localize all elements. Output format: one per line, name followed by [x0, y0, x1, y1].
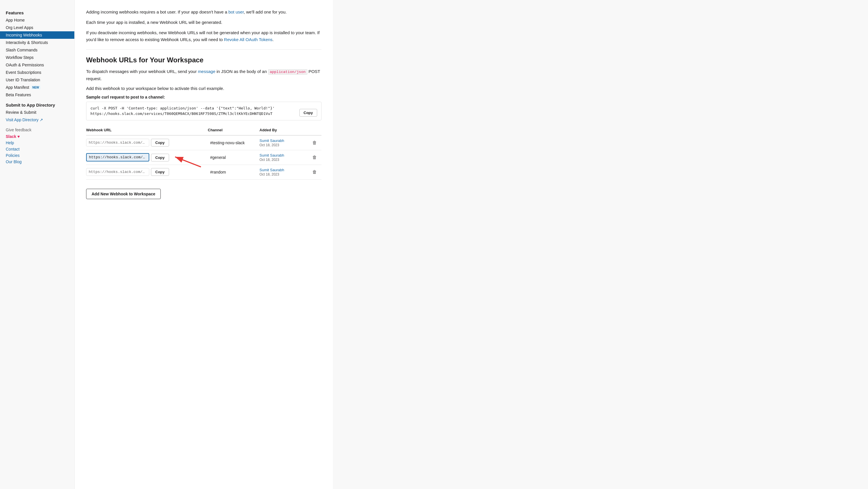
heart-icon: ♥ [18, 134, 20, 139]
delete-cell-2: 🗑 [311, 154, 321, 161]
sidebar-item-app-manifest[interactable]: App Manifest NEW [0, 84, 74, 91]
webhook-url-input-1[interactable] [86, 139, 149, 146]
added-by-name-3[interactable]: Sumit Saurabh [259, 168, 311, 172]
webhook-url-input-3[interactable] [86, 168, 149, 176]
blog-link[interactable]: Our Blog [0, 159, 74, 165]
intro1-rest: , we'll add one for you. [244, 9, 287, 15]
main-content: Adding incoming webhooks requires a bot … [74, 0, 333, 489]
slack-label: Slack [6, 134, 17, 139]
sidebar-item-beta-features[interactable]: Beta Features [0, 91, 74, 98]
webhook-copy-button-2[interactable]: Copy [151, 154, 169, 162]
visit-app-directory-link[interactable]: Visit App Directory ↗ [0, 116, 74, 123]
webhook-table: Webhook URL Channel Added By Copy #testi… [86, 127, 321, 179]
curl-box: curl -X POST -H 'Content-type: applicati… [86, 102, 321, 120]
message-link[interactable]: message [198, 69, 215, 74]
add-webhook-button[interactable]: Add New Webhook to Workspace [86, 189, 161, 199]
bot-user-link[interactable]: bot user [228, 9, 244, 15]
header-actions [311, 127, 321, 133]
sidebar: Features App Home Org Level Apps Incomin… [0, 0, 74, 489]
channel-cell-1: #testing-novu-slack [208, 141, 259, 145]
webhook-url-input-2[interactable] [86, 153, 149, 162]
section-title-webhooks: Webhook URLs for Your Workspace [86, 56, 321, 64]
webhook-copy-button-3[interactable]: Copy [151, 168, 169, 176]
give-feedback-label: Give feedback [0, 123, 74, 133]
added-by-cell-2: Sumit Saurabh Oct 18, 2023 [259, 153, 311, 162]
sidebar-item-workflow-steps[interactable]: Workflow Steps [0, 54, 74, 61]
contact-link[interactable]: Contact [0, 146, 74, 152]
webhook-url-cell-2: Copy [86, 153, 208, 162]
header-channel: Channel [208, 127, 259, 133]
sidebar-item-interactivity-shortcuts[interactable]: Interactivity & Shortcuts [0, 39, 74, 46]
webhook-row-wrapper-2: Copy #general Sumit Saurabh Oct 18, 2023… [86, 150, 321, 165]
header-added-by: Added By [259, 127, 311, 133]
curl-code-text: curl -X POST -H 'Content-type: applicati… [90, 106, 297, 117]
webhook-copy-button-1[interactable]: Copy [151, 139, 169, 146]
sidebar-item-incoming-webhooks[interactable]: Incoming Webhooks [0, 31, 74, 39]
trash-icon-1: 🗑 [312, 140, 317, 145]
sidebar-item-app-home[interactable]: App Home [0, 17, 74, 24]
sidebar-item-user-id-translation[interactable]: User ID Translation [0, 76, 74, 84]
delete-button-1[interactable]: 🗑 [311, 140, 318, 146]
header-webhook-url: Webhook URL [86, 127, 208, 133]
added-by-date-1: Oct 18, 2023 [259, 143, 279, 147]
sidebar-features-title: Features [0, 9, 74, 17]
intro1-text: Adding incoming webhooks requires a bot … [86, 9, 228, 15]
trash-icon-3: 🗑 [312, 170, 317, 175]
slack-heart-item: Slack ♥ [0, 133, 74, 140]
visit-app-directory-label: Visit App Directory [6, 117, 38, 122]
channel-cell-2: #general [208, 155, 259, 160]
added-by-cell-3: Sumit Saurabh Oct 18, 2023 [259, 168, 311, 176]
webhook-url-cell-1: Copy [86, 139, 208, 146]
help-link[interactable]: Help [0, 140, 74, 146]
sidebar-item-org-level-apps[interactable]: Org Level Apps [0, 24, 74, 31]
sidebar-item-oauth-permissions[interactable]: OAuth & Permissions [0, 61, 74, 69]
activate-desc: Add this webhook to your workspace below… [86, 85, 321, 92]
added-by-date-3: Oct 18, 2023 [259, 172, 279, 176]
added-by-cell-1: Sumit Saurabh Oct 18, 2023 [259, 139, 311, 147]
added-by-name-1[interactable]: Sumit Saurabh [259, 139, 311, 143]
table-row: Copy #general Sumit Saurabh Oct 18, 2023… [86, 150, 321, 165]
sidebar-item-slash-commands[interactable]: Slash Commands [0, 46, 74, 54]
curl-label: Sample curl request to post to a channel… [86, 95, 321, 99]
intro-para-1: Adding incoming webhooks requires a bot … [86, 9, 321, 16]
added-by-name-2[interactable]: Sumit Saurabh [259, 153, 311, 157]
intro-para-3: If you deactivate incoming webhooks, new… [86, 29, 321, 43]
delete-cell-1: 🗑 [311, 140, 321, 146]
application-json-code: application/json [268, 69, 307, 75]
webhook-url-cell-3: Copy [86, 168, 208, 176]
sidebar-item-review-submit[interactable]: Review & Submit [0, 109, 74, 116]
revoke-tokens-link[interactable]: Revoke All OAuth Tokens [224, 37, 272, 42]
delete-button-3[interactable]: 🗑 [311, 169, 318, 175]
app-manifest-new-badge: NEW [31, 86, 40, 89]
trash-icon-2: 🗑 [312, 155, 317, 160]
table-row: Copy #testing-novu-slack Sumit Saurabh O… [86, 136, 321, 150]
table-row: Copy #random Sumit Saurabh Oct 18, 2023 … [86, 165, 321, 179]
delete-cell-3: 🗑 [311, 169, 321, 175]
added-by-date-2: Oct 18, 2023 [259, 158, 279, 162]
curl-copy-button[interactable]: Copy [299, 109, 317, 117]
sidebar-item-app-manifest-label: App Manifest [6, 85, 29, 90]
external-link-icon: ↗ [40, 117, 43, 122]
delete-button-2[interactable]: 🗑 [311, 154, 318, 161]
policies-link[interactable]: Policies [0, 152, 74, 159]
intro-para-2: Each time your app is installed, a new W… [86, 19, 321, 26]
sidebar-submit-title: Submit to App Directory [0, 98, 74, 109]
sidebar-item-event-subscriptions[interactable]: Event Subscriptions [0, 69, 74, 76]
table-header-row: Webhook URL Channel Added By [86, 127, 321, 136]
channel-cell-3: #random [208, 170, 259, 174]
dispatch-desc: To dispatch messages with your webhook U… [86, 68, 321, 82]
